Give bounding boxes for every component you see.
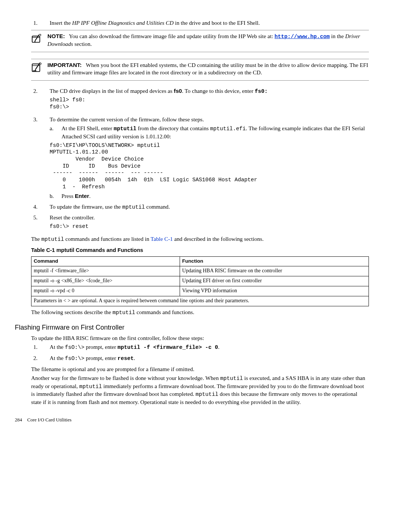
command: reset	[117, 356, 134, 361]
note-content: NOTE: You can also download the firmware…	[47, 33, 369, 48]
table-header-row: Command Function	[31, 256, 369, 266]
command: mptutil	[220, 376, 243, 381]
cell-command: mptutil -o -vpd -c 0	[31, 286, 180, 296]
step-number: 1.	[31, 343, 50, 351]
substep-body: Press Enter.	[61, 192, 369, 200]
table-footer-row: Parameters in < > are optional. A space …	[31, 296, 369, 306]
step-body: The CD drive displays in the list of map…	[50, 87, 369, 113]
text: The following sections describe the	[31, 309, 113, 315]
text: commands and functions are listed in	[64, 236, 151, 242]
step-4: 4. To update the firmware, use the mptut…	[31, 203, 369, 211]
command: mptutil	[113, 310, 135, 316]
step-body: To update the firmware, use the mptutil …	[50, 203, 369, 211]
important-icon	[31, 61, 47, 77]
commands-table: Command Function mptutil -f <firmware_fi…	[31, 256, 369, 306]
text: in the drive and boot to the EFI Shell.	[174, 20, 260, 26]
paragraph: Another way for the firmware to be flash…	[31, 374, 369, 406]
step-body: At the fsO:\> prompt, enter reset.	[50, 354, 369, 363]
paragraph: The following sections describe the mptu…	[31, 309, 369, 317]
paragraph: To update the HBA RISC firmware on the f…	[31, 334, 369, 342]
command: mptutil	[41, 236, 64, 242]
command: mptutil	[122, 204, 145, 210]
text: commands and functions.	[135, 309, 194, 315]
text: prompt, enter	[84, 355, 117, 361]
step-5: 5. Reset the controller. fs0:\> reset	[31, 214, 369, 232]
text: Reset the controller.	[50, 214, 95, 220]
note-label: NOTE:	[47, 33, 65, 39]
text: .	[218, 344, 220, 350]
table-ref-link[interactable]: Table C-1	[151, 236, 173, 242]
text: . To change to this device, enter	[182, 88, 254, 94]
text: and described in the following sections.	[173, 236, 264, 242]
text: To update the firmware, use the	[50, 203, 122, 210]
text: section.	[73, 41, 92, 47]
text: You can also download the firmware image…	[69, 33, 274, 39]
text: The	[31, 236, 41, 242]
command: mptutil	[114, 126, 136, 132]
text: At the	[50, 355, 65, 361]
note-block: NOTE: You can also download the firmware…	[31, 30, 369, 52]
section-heading: Flashing Firmware on First Controller	[15, 323, 369, 332]
text: .	[134, 355, 135, 361]
table-footnote: Parameters in < > are optional. A space …	[31, 296, 369, 306]
cell-function: Updating HBA RISC firmware on the contro…	[180, 266, 369, 276]
table-caption: Table C-1 mptutil Commands and Functions	[31, 247, 369, 254]
code-block: shell> fs0: fs0:\>	[50, 97, 369, 110]
text: The CD drive displays in the list of map…	[50, 88, 174, 94]
command: mptutil	[196, 391, 218, 397]
text: in the	[330, 33, 345, 39]
important-label: IMPORTANT:	[47, 62, 82, 68]
step-number: 5.	[31, 214, 50, 232]
step-number: 4.	[31, 203, 50, 211]
paragraph: The filename is optional and you are pro…	[31, 366, 369, 373]
prompt: fsO:\>	[65, 356, 84, 361]
step-body: Reset the controller. fs0:\> reset	[50, 214, 369, 232]
text: Insert the	[50, 20, 72, 26]
filename: mptutil.efi	[210, 126, 246, 132]
note-icon	[31, 33, 47, 48]
svg-rect-8	[33, 70, 36, 71]
substep-body: At the EFI Shell, enter mptutil from the…	[61, 125, 369, 140]
footer-title: Core I/O Card Utilities	[27, 417, 72, 423]
step-body: At the fsO:\> prompt, enter mptutil -f <…	[50, 343, 369, 351]
step-body: Insert the HP IPF Offline Diagnostics an…	[50, 19, 369, 27]
step-1: 1. Insert the HP IPF Offline Diagnostics…	[31, 19, 369, 27]
code-block: fs0:\EFI\HP\TOOLS\NETWORK> mptutil MPTUT…	[50, 142, 369, 191]
step-number: 3.	[31, 116, 50, 200]
cell-command: mptutil -o -g <x86_file> <fcode_file>	[31, 276, 180, 286]
step-number: 2.	[31, 354, 50, 363]
step-2: 2. The CD drive displays in the list of …	[31, 87, 369, 113]
substep-a: a. At the EFI Shell, enter mptutil from …	[50, 125, 369, 140]
step-3: 3. To determine the current version of t…	[31, 116, 369, 200]
code-block: fs0:\> reset	[50, 223, 369, 230]
section-step-2: 2. At the fsO:\> prompt, enter reset.	[31, 354, 369, 363]
page-footer: 284 Core I/O Card Utilities	[15, 417, 369, 423]
text: .	[89, 193, 91, 199]
cell-function: Viewing VPD information	[180, 286, 369, 296]
cell-function: Updating EFI driver on first controller	[180, 276, 369, 286]
command: mptutil -f <firmware_file> -c 0	[117, 344, 218, 350]
text: When you boot the EFI enabled systems, t…	[47, 62, 368, 76]
paragraph: The mptutil commands and functions are l…	[31, 235, 369, 243]
text: At the	[50, 344, 65, 350]
page-number: 284	[15, 417, 22, 423]
text: prompt, enter	[84, 344, 117, 350]
step-number: 1.	[31, 19, 50, 27]
device-name: fs0	[174, 88, 182, 94]
key-name: Enter	[75, 193, 89, 199]
cd-title: HP IPF Offline Diagnostics and Utilities…	[72, 20, 174, 26]
cell-command: mptutil -f <firmware_file>	[31, 266, 180, 276]
hp-link[interactable]: http://www.hp.com	[274, 34, 330, 40]
step-body: To determine the current version of the …	[50, 116, 369, 200]
substep-letter: a.	[50, 125, 61, 140]
substep-b: b. Press Enter.	[50, 192, 369, 200]
command: mptutil	[79, 384, 102, 390]
svg-line-2	[35, 34, 39, 41]
section-step-1: 1. At the fsO:\> prompt, enter mptutil -…	[31, 343, 369, 351]
important-content: IMPORTANT: When you boot the EFI enabled…	[47, 61, 369, 77]
text: To determine the current version of the …	[50, 116, 204, 122]
step-number: 2.	[31, 87, 50, 113]
table-row: mptutil -o -vpd -c 0 Viewing VPD informa…	[31, 286, 369, 296]
text: command.	[145, 203, 170, 210]
substep-letter: b.	[50, 192, 61, 200]
